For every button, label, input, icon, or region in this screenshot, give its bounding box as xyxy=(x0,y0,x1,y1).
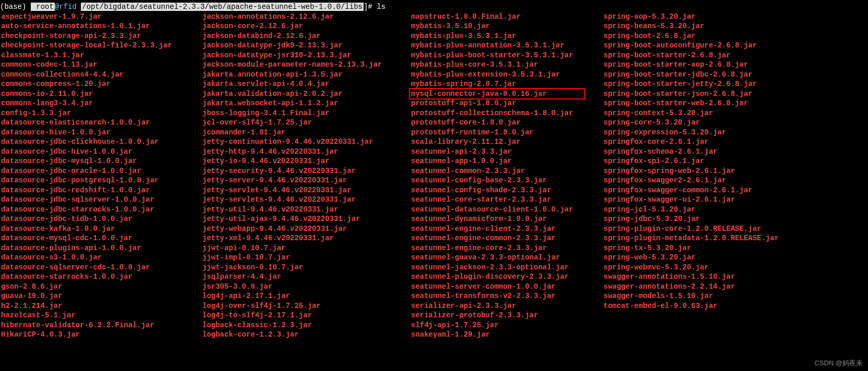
file-entry: datasource-kafka-1.0.0.jar xyxy=(0,224,201,234)
file-entry: spring-boot-autoconfigure-2.6.8.jar xyxy=(602,41,868,51)
user: root xyxy=(31,3,55,11)
file-entry: slf4j-api-1.7.25.jar xyxy=(410,320,602,330)
file-entry: jetty-util-ajax-9.4.46.v20220331.jar xyxy=(201,214,410,224)
file-entry: log4j-api-2.17.1.jar xyxy=(201,291,410,301)
file-entry: datasource-mysql-cdc-1.0.0.jar xyxy=(0,233,201,243)
file-column-4: spring-aop-5.3.20.jarspring-beans-5.3.20… xyxy=(602,12,868,340)
file-entry: seatunnel-server-common-1.0.0.jar xyxy=(410,282,602,292)
file-entry: spring-expression-5.3.20.jar xyxy=(602,128,868,138)
file-entry: springfox-spring-web-2.6.1.jar xyxy=(602,166,868,176)
file-entry: datasource-jdbc-clickhouse-1.0.0.jar xyxy=(0,137,201,147)
file-entry: checkpoint-storage-local-file-2.3.3.jar xyxy=(0,41,201,51)
file-entry: jcommander-1.81.jar xyxy=(201,128,410,138)
prompt-suffix: ]# xyxy=(364,3,377,11)
file-entry: spring-jdbc-5.3.20.jar xyxy=(602,214,868,224)
file-entry: log4j-to-slf4j-2.17.1.jar xyxy=(201,311,410,320)
file-column-2: jackson-annotations-2.12.6.jarjackson-co… xyxy=(201,12,410,340)
file-entry: spring-boot-starter-2.6.8.jar xyxy=(602,51,868,60)
file-entry: protostuff-core-1.8.0.jar xyxy=(410,118,602,128)
file-entry: seatunnel-dynamicform-1.0.0.jar xyxy=(410,214,602,224)
host: @rfid xyxy=(55,3,81,11)
file-entry: seatunnel-engine-client-2.3.3.jar xyxy=(410,224,602,234)
file-entry: seatunnel-common-2.3.3.jar xyxy=(410,166,602,176)
file-entry: guava-19.0.jar xyxy=(0,291,201,301)
file-entry: jetty-servlets-9.4.46.v20220331.jar xyxy=(201,195,410,205)
file-entry: seatunnel-core-starter-2.3.3.jar xyxy=(410,195,602,205)
file-entry: logback-core-1.2.3.jar xyxy=(201,330,410,340)
file-entry: mybatis-plus-3.5.3.1.jar xyxy=(410,31,602,41)
file-entry: scala-library-2.11.12.jar xyxy=(410,137,602,147)
file-entry: datasource-jdbc-tidb-1.0.0.jar xyxy=(0,214,201,224)
file-entry: springfox-core-2.6.1.jar xyxy=(602,137,868,147)
file-entry: jackson-annotations-2.12.6.jar xyxy=(201,12,410,22)
file-entry: config-1.3.3.jar xyxy=(0,108,201,118)
file-entry: mybatis-plus-boot-starter-3.5.3.1.jar xyxy=(410,51,602,60)
file-entry: seatunnel-transforms-v2-2.3.3.jar xyxy=(410,291,602,301)
file-entry: datasource-jdbc-starrocks-1.0.0.jar xyxy=(0,205,201,215)
file-entry: logback-classic-1.2.3.jar xyxy=(201,320,410,330)
file-entry: aspectjweaver-1.9.7.jar xyxy=(0,12,201,22)
file-entry: seatunnel-api-2.3.3.jar xyxy=(410,147,602,157)
file-entry: datasource-jdbc-hive-1.0.0.jar xyxy=(0,147,201,157)
file-entry: datasource-jdbc-postgresql-1.0.0.jar xyxy=(0,176,201,186)
file-entry: protostuff-runtime-1.8.0.jar xyxy=(410,128,602,138)
file-entry: seatunnel-config-base-2.3.3.jar xyxy=(410,176,602,186)
file-entry: jetty-webapp-9.4.46.v20220331.jar xyxy=(201,224,410,234)
file-entry-highlighted: mysql-connector-java-8.0.16.jar xyxy=(409,88,585,100)
file-entry: springfox-swagger-ui-2.6.1.jar xyxy=(602,195,868,205)
file-entry: datasource-elasticsearch-1.0.0.jar xyxy=(0,118,201,128)
file-entry: springfox-swagger2-2.6.1.jar xyxy=(602,176,868,186)
file-entry: mybatis-plus-annotation-3.5.3.1.jar xyxy=(410,41,602,51)
file-column-3: mapstruct-1.0.0.Final.jarmybatis-3.5.10.… xyxy=(410,12,602,340)
file-entry: spring-aop-5.3.20.jar xyxy=(602,12,868,22)
file-entry: jackson-datatype-jsr310-2.13.3.jar xyxy=(201,51,410,60)
file-entry: spring-boot-starter-jdbc-2.6.8.jar xyxy=(602,70,868,80)
file-entry: jetty-io-9.4.46.v20220331.jar xyxy=(201,156,410,166)
terminal[interactable]: (base) root@rfid /opt/bigdata/seatunnel-… xyxy=(0,0,868,340)
file-entry: tomcat-embed-el-9.0.63.jar xyxy=(602,301,868,311)
file-entry: spring-webmvc-5.3.20.jar xyxy=(602,263,868,273)
file-entry: classmate-1.3.1.jar xyxy=(0,51,201,60)
file-entry: commons-compress-1.20.jar xyxy=(0,79,201,89)
file-entry: jsqlparser-4.4.jar xyxy=(201,272,410,282)
file-entry: springfox-spi-2.6.1.jar xyxy=(602,156,868,166)
file-entry: springfox-schema-2.6.1.jar xyxy=(602,147,868,157)
file-entry: commons-lang3-3.4.jar xyxy=(0,98,201,108)
file-entry: mybatis-plus-extension-3.5.3.1.jar xyxy=(410,70,602,80)
file-entry: datasource-jdbc-mysql-1.0.0.jar xyxy=(0,156,201,166)
file-entry: spring-web-5.3.20.jar xyxy=(602,253,868,263)
file-entry: jetty-server-9.4.46.v20220331.jar xyxy=(201,176,410,186)
file-entry: datasource-jdbc-oracle-1.0.0.jar xyxy=(0,166,201,176)
file-column-1: aspectjweaver-1.9.7.jarauto-service-anno… xyxy=(0,12,201,340)
file-entry: auto-service-annotations-1.0.1.jar xyxy=(0,21,201,31)
ls-output: aspectjweaver-1.9.7.jarauto-service-anno… xyxy=(0,12,868,340)
file-entry: spring-context-5.3.20.jar xyxy=(602,108,868,118)
file-entry: mapstruct-1.0.0.Final.jar xyxy=(410,12,602,22)
file-entry: spring-plugin-metadata-1.2.0.RELEASE.jar xyxy=(602,233,868,243)
file-entry: serializer-api-2.3.3.jar xyxy=(410,301,602,311)
file-entry: spring-tx-5.3.20.jar xyxy=(602,243,868,253)
file-entry: datasource-s3-1.0.0.jar xyxy=(0,253,201,263)
file-entry: datasource-starrocks-1.0.0.jar xyxy=(0,272,201,282)
cwd-path: /opt/bigdata/seatunnel-2.3.3/web/apache-… xyxy=(81,3,364,11)
file-entry: mybatis-plus-core-3.5.3.1.jar xyxy=(410,60,602,70)
file-entry: jboss-logging-3.4.1.Final.jar xyxy=(201,108,410,118)
command: ls xyxy=(377,3,385,11)
file-entry: h2-2.1.214.jar xyxy=(0,301,201,311)
file-entry: snakeyaml-1.29.jar xyxy=(410,330,602,340)
file-entry: jetty-util-9.4.46.v20220331.jar xyxy=(201,205,410,215)
file-entry: datasource-plugins-api-1.0.0.jar xyxy=(0,243,201,253)
env-prefix: (base) xyxy=(0,3,26,11)
file-entry: commons-io-2.11.0.jar xyxy=(0,89,201,99)
file-entry: datasource-hive-1.0.0.jar xyxy=(0,128,201,138)
file-entry: checkpoint-storage-api-2.3.3.jar xyxy=(0,31,201,41)
file-entry: jcl-over-slf4j-1.7.25.jar xyxy=(201,118,410,128)
file-entry: hibernate-validator-6.2.2.Final.jar xyxy=(0,320,201,330)
file-entry: serializer-protobuf-2.3.3.jar xyxy=(410,311,602,320)
file-entry: jackson-module-parameter-names-2.13.3.ja… xyxy=(201,60,410,70)
file-entry: jjwt-impl-0.10.7.jar xyxy=(201,253,410,263)
file-entry: jakarta.validation-api-2.0.2.jar xyxy=(201,89,410,99)
file-entry: commons-collections4-4.4.jar xyxy=(0,70,201,80)
file-entry: gson-2.8.6.jar xyxy=(0,282,201,292)
file-entry: seatunnel-app-1.0.0.jar xyxy=(410,156,602,166)
